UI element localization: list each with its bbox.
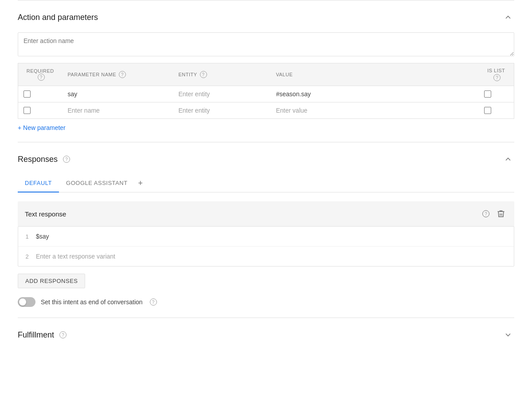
- col-param-name-header: PARAMETER NAME ?: [63, 63, 173, 86]
- action-params-section: Action and parameters REQUIRED ?: [18, 0, 514, 142]
- fulfillment-help-icon: ?: [59, 331, 66, 338]
- responses-collapse-btn[interactable]: [502, 153, 514, 165]
- responses-help-icon: ?: [63, 156, 70, 163]
- required-help-icon: ?: [38, 74, 45, 81]
- response-row-input-1[interactable]: [36, 227, 514, 246]
- param-name-cell-2: [63, 102, 173, 119]
- response-card-header: Text response ?: [18, 201, 514, 226]
- col-required-header: REQUIRED ?: [18, 63, 63, 86]
- required-checkbox-1[interactable]: [23, 90, 31, 98]
- response-row-num-2: 2: [18, 247, 36, 266]
- value-input-1[interactable]: [276, 90, 473, 98]
- end-conversation-toggle[interactable]: [18, 297, 35, 307]
- response-card-actions: ?: [479, 208, 507, 220]
- response-row-num-1: 1: [18, 227, 36, 246]
- entity-cell-1: [173, 86, 271, 102]
- end-conversation-label: Set this intent as end of conversation: [41, 298, 143, 306]
- response-row-input-2[interactable]: [36, 247, 514, 266]
- tab-add-button[interactable]: +: [135, 175, 147, 192]
- text-response-card: Text response ?: [18, 201, 514, 267]
- response-delete-button[interactable]: [495, 208, 507, 220]
- end-conversation-help-icon: ?: [150, 298, 157, 306]
- responses-title: Responses ?: [18, 155, 70, 164]
- required-checkbox-2[interactable]: [23, 107, 31, 114]
- param-name-input-2[interactable]: [68, 107, 168, 114]
- add-responses-button[interactable]: ADD RESPONSES: [18, 274, 85, 288]
- value-input-2[interactable]: [276, 107, 473, 114]
- tab-default[interactable]: DEFAULT: [18, 174, 59, 192]
- response-rows: 1 2: [18, 226, 514, 267]
- toggle-slider: [18, 297, 35, 307]
- response-help-icon: ?: [482, 210, 489, 217]
- col-entity-header: ENTITY ?: [173, 63, 271, 86]
- response-row-2: 2: [18, 247, 514, 266]
- fulfillment-collapse-btn[interactable]: [502, 329, 514, 341]
- params-table: REQUIRED ? PARAMETER NAME ? ENTITY: [18, 63, 514, 119]
- entity-input-1[interactable]: [179, 90, 266, 98]
- entity-input-2[interactable]: [179, 107, 266, 114]
- value-cell-1: [271, 86, 479, 102]
- response-card-title: Text response: [25, 210, 66, 218]
- fulfillment-header: Fulfillment ?: [18, 329, 514, 341]
- table-row: [18, 86, 514, 102]
- islist-help-icon: ?: [493, 74, 501, 81]
- new-parameter-button[interactable]: + New parameter: [18, 124, 66, 131]
- responses-section: Responses ? DEFAULT GOOGLE ASSISTANT + T…: [18, 142, 514, 318]
- responses-header: Responses ?: [18, 153, 514, 165]
- required-cell-2: [18, 102, 63, 119]
- col-islist-header: IS LIST ?: [479, 63, 514, 86]
- value-cell-2: [271, 102, 479, 119]
- param-name-cell-1: [63, 86, 173, 102]
- entity-cell-2: [173, 102, 271, 119]
- islist-checkbox-2[interactable]: [484, 107, 491, 114]
- end-of-conversation-row: Set this intent as end of conversation ?: [18, 297, 514, 307]
- fulfillment-title: Fulfillment ?: [18, 330, 66, 340]
- entity-help-icon: ?: [200, 71, 207, 78]
- param-name-input-1[interactable]: [68, 90, 168, 98]
- action-params-title: Action and parameters: [18, 13, 98, 22]
- islist-checkbox-1[interactable]: [484, 90, 491, 98]
- action-params-header: Action and parameters: [18, 11, 514, 24]
- tab-google-assistant[interactable]: GOOGLE ASSISTANT: [59, 174, 135, 192]
- islist-cell-1: [479, 86, 514, 102]
- response-tabs-bar: DEFAULT GOOGLE ASSISTANT +: [18, 174, 514, 192]
- response-row-1: 1: [18, 227, 514, 247]
- islist-cell-2: [479, 102, 514, 119]
- response-help-button[interactable]: ?: [479, 208, 491, 219]
- action-name-input[interactable]: [18, 32, 514, 56]
- fulfillment-section: Fulfillment ?: [18, 318, 514, 352]
- table-row: [18, 102, 514, 119]
- required-cell-1: [18, 86, 63, 102]
- col-value-header: VALUE: [271, 63, 479, 86]
- param-name-help-icon: ?: [119, 71, 126, 78]
- action-params-collapse-btn[interactable]: [502, 11, 514, 24]
